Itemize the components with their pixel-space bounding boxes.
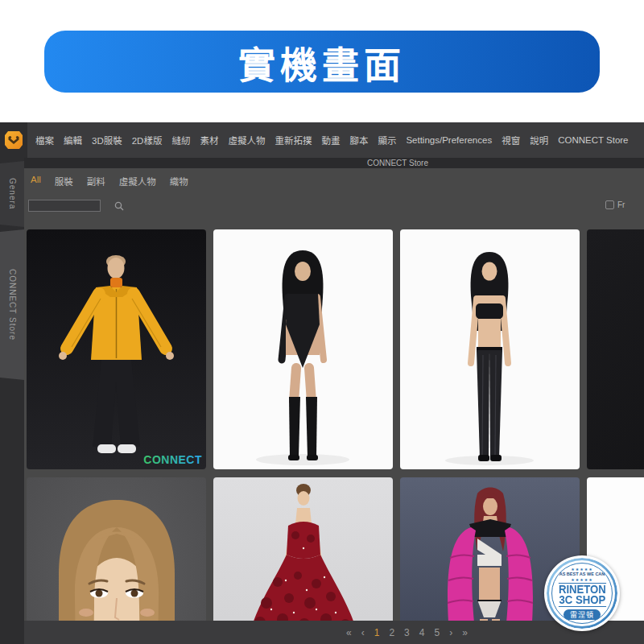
product-thumbnail (213, 477, 393, 621)
left-sidebar: Genera CONNECT Store (0, 158, 24, 644)
free-checkbox[interactable] (605, 200, 614, 209)
badge-chinese-name: 雷涅頓 (564, 609, 601, 620)
menu-help[interactable]: 說明 (530, 134, 548, 147)
filter-all[interactable]: All (31, 175, 41, 188)
badge-stars-bottom: ★★★★★ (571, 577, 592, 582)
app-window: 檔案 編輯 3D服裝 2D樣版 縫紉 素材 虛擬人物 重新拓撲 動畫 腳本 顯示… (0, 122, 644, 644)
app-logo[interactable] (0, 122, 27, 158)
search-input[interactable] (28, 200, 101, 212)
pagination-first[interactable]: « (346, 627, 352, 638)
pagination-prev[interactable]: ‹ (361, 627, 365, 638)
filter-avatar[interactable]: 虛擬人物 (119, 175, 156, 188)
category-filters: All 服裝 副料 虛擬人物 織物 (31, 175, 188, 188)
search-row (28, 200, 124, 212)
menu-material[interactable]: 素材 (200, 134, 218, 147)
product-card-dark-outfit[interactable] (587, 229, 644, 469)
filter-garment[interactable]: 服裝 (55, 175, 73, 188)
product-thumbnail: CONNECT (27, 229, 206, 469)
menu-items: 檔案 編輯 3D服裝 2D樣版 縫紉 素材 虛擬人物 重新拓撲 動畫 腳本 顯示… (27, 134, 629, 147)
pagination-page-4[interactable]: 4 (419, 627, 425, 638)
banner-title: 實機畫面 (238, 35, 406, 89)
filter-trims[interactable]: 副料 (87, 175, 105, 188)
badge-name-line2: 3C SHOP (559, 595, 606, 605)
pagination-page-1[interactable]: 1 (374, 627, 380, 638)
tab-connect-store[interactable]: CONNECT Store (367, 159, 428, 167)
menu-bar: 檔案 編輯 3D服裝 2D樣版 縫紉 素材 虛擬人物 重新拓撲 動畫 腳本 顯示… (0, 122, 644, 158)
badge-shop-name: RINETON 3C SHOP (559, 583, 606, 607)
sidebar-tab-general[interactable]: Genera (0, 161, 24, 227)
menu-edit[interactable]: 編輯 (64, 134, 82, 147)
page: 實機畫面 檔案 編輯 3D服裝 2D樣版 (0, 0, 644, 644)
pagination: « ‹ 1 2 3 4 5 › » (346, 621, 468, 644)
menu-file[interactable]: 檔案 (35, 134, 54, 147)
product-card-yellow-jacket-outfit[interactable]: CONNECT (27, 229, 206, 469)
pagination-next[interactable]: › (449, 627, 452, 638)
menu-retopology[interactable]: 重新拓撲 (275, 134, 312, 147)
badge-tagline: AS BEST AS WE CAN (559, 572, 605, 577)
product-card-black-bodysuit[interactable] (213, 229, 393, 469)
menu-3d-garment[interactable]: 3D服裝 (92, 134, 122, 147)
product-thumbnail (400, 229, 580, 469)
headline-banner: 實機畫面 (44, 31, 600, 93)
menu-script[interactable]: 腳本 (349, 134, 368, 147)
badge-name-line1: RINETON (559, 584, 606, 595)
pagination-page-3[interactable]: 3 (404, 627, 410, 638)
connect-watermark: CONNECT (143, 453, 202, 466)
document-tab-strip: CONNECT Store (0, 158, 644, 168)
store-content: All 服裝 副料 虛擬人物 織物 Fr (24, 168, 644, 621)
pagination-last[interactable]: » (462, 627, 468, 638)
free-label: Fr (617, 200, 625, 209)
menu-settings-preferences[interactable]: Settings/Preferences (406, 135, 492, 145)
pagination-page-2[interactable]: 2 (389, 627, 394, 638)
marvelous-designer-logo-icon (3, 130, 24, 151)
search-icon (114, 201, 124, 211)
product-thumbnail (213, 229, 393, 469)
menu-connect-store[interactable]: CONNECT Store (558, 135, 628, 145)
menu-animation[interactable]: 動畫 (321, 134, 340, 147)
product-card-avatar-face[interactable] (27, 477, 206, 621)
badge-stars-top: ★★★★★ (571, 567, 592, 572)
product-card-tube-top-leather-pants[interactable] (400, 229, 580, 469)
product-thumbnail (27, 477, 206, 621)
menu-window[interactable]: 視窗 (502, 134, 520, 147)
menu-sewing[interactable]: 縫紉 (171, 134, 190, 147)
product-thumbnail (587, 229, 644, 469)
sidebar-tab-connect-store[interactable]: CONNECT Store (0, 229, 24, 380)
search-button[interactable] (114, 201, 124, 211)
free-filter: Fr (605, 200, 625, 209)
bottom-bar: « ‹ 1 2 3 4 5 › » (24, 621, 644, 644)
filter-fabric[interactable]: 織物 (170, 175, 188, 188)
menu-display[interactable]: 顯示 (378, 134, 396, 147)
pagination-page-5[interactable]: 5 (434, 627, 440, 638)
product-card-red-ball-gown[interactable] (213, 477, 393, 621)
shop-badge: ★★★★★ AS BEST AS WE CAN ★★★★★ RINETON 3C… (544, 555, 620, 631)
product-grid: CONNECT (27, 229, 644, 621)
menu-avatar[interactable]: 虛擬人物 (228, 134, 265, 147)
menu-2d-pattern[interactable]: 2D樣版 (132, 134, 163, 147)
